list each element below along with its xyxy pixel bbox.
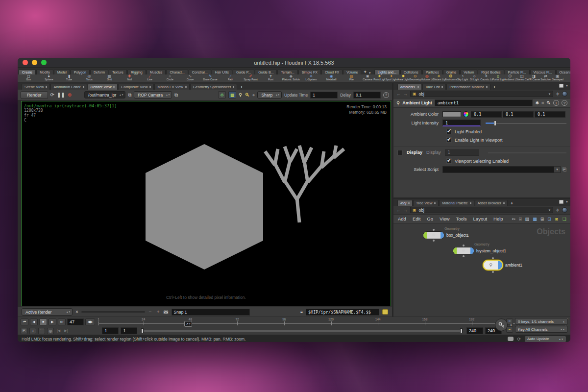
network-node[interactable]: Geometry lsystem_object1 🌐︎ ⚲ — [453, 247, 474, 255]
shelf-tool[interactable]: ⁄ Path — [220, 74, 241, 81]
zoom-in-button[interactable]: + — [156, 309, 161, 315]
shelf-tab[interactable]: Texture — [109, 70, 127, 74]
pane-splitter-gutter[interactable] — [18, 100, 21, 307]
shelf-tool[interactable]: T Font — [261, 74, 281, 81]
script-editor-icon[interactable]: ⎘ — [563, 167, 566, 172]
image-backdrop-icon[interactable]: ⊡ — [547, 217, 551, 221]
menu-item[interactable]: Tools — [455, 216, 467, 222]
color-swatch[interactable] — [442, 111, 461, 117]
shelf-tool[interactable]: ◫ Stereo Camera — [516, 74, 528, 81]
back-icon[interactable]: ← — [396, 208, 401, 213]
update-time-field[interactable]: 1 — [310, 92, 338, 98]
shelf-tool[interactable]: ○ Circle — [160, 74, 180, 81]
node-input-connector[interactable] — [433, 229, 435, 231]
shelf-tab[interactable]: Volume — [343, 70, 361, 74]
path-dropdown-caret-icon[interactable]: ▼ — [548, 93, 551, 96]
slider-handle[interactable] — [494, 121, 496, 126]
pane-tab-dot-icon[interactable] — [486, 86, 488, 88]
shelf-tool[interactable]: ◙ Camera — [362, 74, 373, 81]
param-path-field[interactable]: ▣ obj ▼ — [410, 91, 553, 97]
pane-tab[interactable]: Composite View — [118, 84, 154, 90]
sharpness-selector[interactable]: Sharp ▲▼ — [257, 91, 282, 98]
shelf-tab[interactable]: Grains — [443, 70, 460, 74]
node-input-connector[interactable] — [492, 257, 494, 259]
playback-range-slider[interactable] — [141, 330, 463, 332]
go-to-start-button[interactable]: ⏮ — [21, 318, 28, 325]
node-output-connector[interactable] — [433, 240, 435, 242]
node-help-icon[interactable]: ? — [562, 100, 567, 106]
pane-tab[interactable]: Scene View — [22, 84, 50, 90]
node-template-flag[interactable] — [423, 232, 427, 239]
wire-style-icon[interactable]: ▭ — [570, 217, 570, 221]
color-wheel-icon[interactable] — [463, 111, 469, 117]
shelf-tool[interactable]: ☉ Ambient Light — [504, 74, 516, 81]
shelf-tab[interactable]: Oceans — [556, 70, 570, 74]
shelf-tab[interactable]: Particle Fl... — [505, 70, 530, 74]
node-display-flag[interactable] — [470, 247, 474, 254]
back-icon[interactable]: ← — [396, 92, 401, 97]
list-view-icon[interactable]: ▤ — [525, 217, 530, 221]
network-node[interactable]: Geometry box_object1 🌐︎ ⚲ — [423, 231, 444, 239]
preview-mode-icon[interactable]: ▦ — [228, 91, 236, 98]
stop-render-icon[interactable]: ⊗ — [68, 93, 72, 98]
link-orb-icon[interactable] — [562, 207, 567, 213]
snapshot-name-field[interactable]: Snap 1 — [172, 309, 250, 316]
pane-tab[interactable]: Tree View — [413, 200, 439, 206]
add-shelf-tab-button[interactable]: + — [362, 70, 368, 74]
shelf-tool[interactable]: ○ GI Light — [468, 74, 480, 81]
menu-item[interactable]: Add — [397, 216, 407, 222]
rop-selector[interactable]: /out/mantra_ipr ▲▼ — [84, 91, 125, 98]
record-icon[interactable]: ◎ — [47, 328, 54, 334]
display-checkbox[interactable] — [397, 150, 403, 155]
network-path-field[interactable]: ▣ obj ▼ — [410, 207, 553, 213]
snapshot-path-field[interactable]: $HIP/ipr/$SNAPNAME.$F4.$$ — [306, 309, 379, 316]
pause-render-icon[interactable]: ❚❚ — [57, 93, 65, 98]
title-bar[interactable]: untitled.hip - Houdini FX 18.5.563 — [18, 58, 570, 68]
shelf-tool[interactable]: ✷ Point Light — [373, 74, 385, 81]
network-box-icon[interactable]: ❏ — [563, 217, 566, 221]
pane-tab[interactable]: Asset Browser — [475, 200, 508, 206]
pin-pane-icon[interactable]: ✈ — [556, 208, 560, 213]
delay-field[interactable]: 0.1 — [353, 92, 381, 98]
render-button[interactable]: Render — [21, 91, 48, 99]
display-value-field[interactable]: 1 — [445, 149, 479, 156]
node-input-connector[interactable] — [463, 245, 465, 246]
shelf-tab[interactable]: Create — [19, 70, 36, 74]
recycle-render-icon[interactable]: ♻ — [218, 91, 226, 98]
pane-maximize-icon[interactable] — [559, 200, 564, 204]
range-start-handle[interactable] — [141, 328, 144, 333]
shelf-tab[interactable]: Charact... — [166, 70, 188, 74]
color-palette-icon[interactable]: ▦ — [533, 217, 537, 221]
rop-jump-icon[interactable]: ⧉ — [128, 93, 131, 98]
node-output-connector[interactable] — [492, 271, 494, 273]
node-name-field[interactable]: ambient1 — [435, 99, 533, 106]
help-icon[interactable]: ? — [383, 92, 389, 98]
light-enabled-checkbox[interactable] — [446, 129, 452, 134]
search-params-icon[interactable]: 🔍︎ — [546, 100, 551, 105]
active-render-selector[interactable]: Active Render ▲▼ — [22, 308, 73, 316]
camera-jump-icon[interactable]: ⧉ — [174, 93, 178, 98]
shelf-tab[interactable]: Lights and... — [374, 70, 400, 74]
pane-tab[interactable]: /obj — [397, 200, 413, 206]
shelf-tab[interactable]: Particles — [422, 70, 442, 74]
pane-tab-dot-icon[interactable] — [408, 202, 410, 204]
sticky-note-icon[interactable]: 🗈 — [555, 217, 559, 221]
select-script-field[interactable]: ▼ — [442, 166, 561, 173]
performance-options-icon[interactable]: ⌒ — [38, 328, 45, 334]
shelf-tab[interactable]: Muscles — [147, 70, 166, 74]
shelf-tool[interactable]: ● Sphere — [39, 74, 59, 81]
menu-item[interactable]: Go — [426, 216, 434, 222]
playback-end-field[interactable]: 240 — [466, 327, 483, 334]
keys-info-button[interactable]: 0 keys, 1/1 channels▲ — [515, 318, 568, 325]
camera-selector[interactable]: ROP Camera ▲▼ — [134, 91, 172, 98]
node-template-flag[interactable] — [453, 247, 457, 254]
shelf-tab[interactable]: Modify — [36, 70, 53, 74]
stop-playback-button[interactable]: ■ — [39, 318, 47, 325]
shelf-tab[interactable]: Constrai... — [189, 70, 211, 74]
shelf-tool[interactable]: ▣ Gamepad Camera — [552, 74, 564, 81]
shelf-tool[interactable]: ◆ Platonic Solids — [281, 74, 301, 81]
viewport-selecting-checkbox[interactable] — [446, 158, 452, 164]
shelf-tool[interactable]: ✎ Draw Curve — [200, 74, 220, 81]
shelf-tool[interactable]: ╱ Line — [140, 74, 160, 81]
info-icon[interactable]: i — [553, 100, 559, 106]
